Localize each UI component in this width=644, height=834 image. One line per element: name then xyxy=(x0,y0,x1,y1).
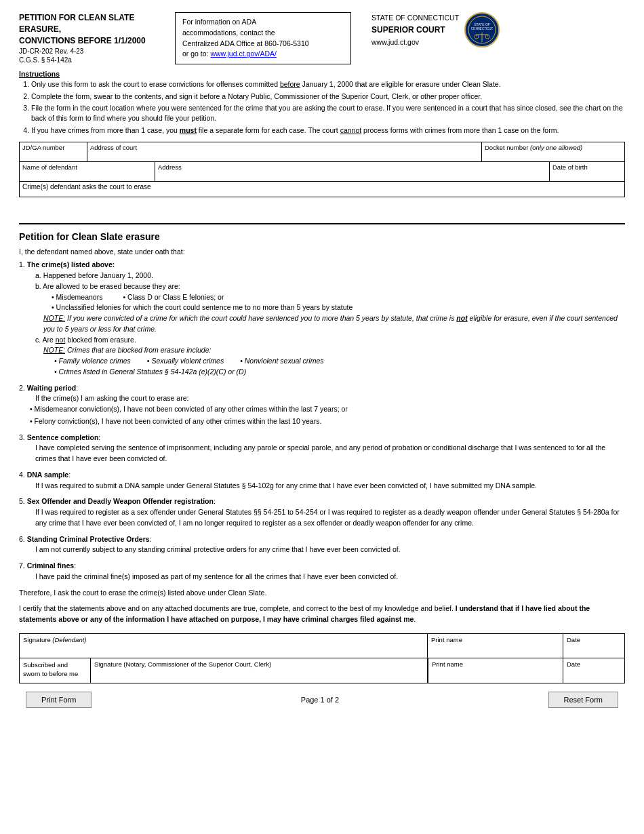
print-name2-label: Print name xyxy=(432,660,463,668)
notary-sig-label: Signature (Notary, Commissioner of the S… xyxy=(94,660,271,668)
item4-header: 4. DNA sample: xyxy=(19,470,625,481)
item6-header: 6. Standing Criminal Protective Orders: xyxy=(19,534,625,545)
address-cell: Address of court xyxy=(87,142,482,161)
instructions-heading: Instructions xyxy=(19,70,625,78)
signature-block: Signature (Defendant) Print name Date Su… xyxy=(19,633,625,683)
svg-text:CONNECTICUT: CONNECTICUT xyxy=(471,27,494,31)
item1-b-bullet3: • Unclassified felonies for which the co… xyxy=(19,302,625,313)
print-button[interactable]: Print Form xyxy=(26,692,92,708)
item1-c: c. Are not blocked from erasure. xyxy=(19,335,625,346)
petition-item-4: 4. DNA sample: If I was required to subm… xyxy=(19,470,625,492)
item1-c-bullets-row2: • Crimes listed in General Statutes § 54… xyxy=(19,367,625,378)
item1-a: a. Happened before January 1, 2000. xyxy=(19,271,625,281)
form-cgs: C.G.S. § 54-142a xyxy=(19,56,168,64)
sig-defendant-cell: Signature (Defendant) xyxy=(20,634,428,658)
court-state: STATE OF CONNECTICUT xyxy=(371,12,459,24)
dob-label: Date of birth xyxy=(552,163,622,171)
petition-intro: I, the defendant named above, state unde… xyxy=(19,247,625,256)
date2-label: Date xyxy=(567,660,580,668)
court-website: www.jud.ct.gov xyxy=(371,37,459,48)
item7-header: 7. Criminal fines: xyxy=(19,561,625,572)
petition-section: Petition for Clean Slate erasure I, the … xyxy=(19,223,625,625)
notary-date-cell: Date xyxy=(563,658,624,683)
def-address-label: Address xyxy=(158,163,546,171)
court-seal-icon: STATE OF CONNECTICUT xyxy=(464,12,500,47)
print-name-label: Print name xyxy=(431,636,462,643)
item1-b-intro: b. Are allowed to be erased because they… xyxy=(19,281,625,292)
ada-info-box: For information on ADA accommodations, c… xyxy=(175,12,351,64)
defendant-label: Name of defendant xyxy=(22,163,152,171)
crimes-label: Crime(s) defendant asks the court to era… xyxy=(22,183,151,191)
header: PETITION FOR CLEAN SLATE ERASURE, CONVIC… xyxy=(19,12,625,64)
item1-b-bullet2: Class D or Class E felonies; or xyxy=(123,292,224,303)
instruction-item-4: If you have crimes from more than 1 case… xyxy=(31,125,625,136)
item1-note: NOTE: If you were convicted of a crime f… xyxy=(19,313,625,335)
header-title-block: PETITION FOR CLEAN SLATE ERASURE, CONVIC… xyxy=(19,12,168,64)
notary-print-cell: Print name xyxy=(428,658,563,683)
footer: Print Form Page 1 of 2 Reset Form xyxy=(19,692,625,708)
petition-item-2: 2. Waiting period: If the crime(s) I am … xyxy=(19,383,625,427)
form-row-court: JD/GA number Address of court Docket num… xyxy=(20,142,624,162)
jdga-label: JD/GA number xyxy=(22,144,84,151)
item7-text: I have paid the criminal fine(s) imposed… xyxy=(19,572,625,582)
item5-text: If I was required to register as a sex o… xyxy=(19,507,625,529)
jdga-cell: JD/GA number xyxy=(20,142,87,161)
address-label: Address of court xyxy=(90,144,479,151)
item3-text: I have completed serving the sentence of… xyxy=(19,443,625,464)
petition-item-3: 3. Sentence completion: I have completed… xyxy=(19,433,625,464)
sig-print-cell: Print name xyxy=(428,634,563,658)
instructions-section: Instructions Only use this form to ask t… xyxy=(19,70,625,135)
item3-header: 3. Sentence completion: xyxy=(19,433,625,443)
reset-button[interactable]: Reset Form xyxy=(548,692,618,708)
item2-intro: If the crime(s) I am asking the court to… xyxy=(19,393,625,404)
instruction-item-1: Only use this form to ask the court to e… xyxy=(31,79,625,90)
item6-text: I am not currently subject to any standi… xyxy=(19,544,625,555)
docket-label: Docket number (only one allowed) xyxy=(485,144,622,151)
petition-body: 1. The crime(s) listed above: a. Happene… xyxy=(19,260,625,625)
ada-text: For information on ADA accommodations, c… xyxy=(182,18,309,58)
petition-item-1: 1. The crime(s) listed above: a. Happene… xyxy=(19,260,625,377)
item1-c-bullets-row1: Family violence crimes Sexually violent … xyxy=(19,356,625,367)
item1-c-note: NOTE: Crimes that are blocked from erasu… xyxy=(19,345,625,356)
court-info-block: STATE OF CONNECTICUT SUPERIOR COURT www.… xyxy=(358,12,625,48)
form-number: JD-CR-202 Rev. 4-23 xyxy=(19,47,168,55)
court-name: SUPERIOR COURT xyxy=(371,24,459,37)
item1-header: 1. The crime(s) listed above: xyxy=(19,260,625,271)
petition-item-7: 7. Criminal fines: I have paid the crimi… xyxy=(19,561,625,582)
item2-bullet-2: Felony conviction(s), I have not been co… xyxy=(30,416,625,427)
petition-item-6: 6. Standing Criminal Protective Orders: … xyxy=(19,534,625,556)
form-title: PETITION FOR CLEAN SLATE ERASURE, CONVIC… xyxy=(19,12,168,46)
form-row-defendant: Name of defendant Address Date of birth xyxy=(20,162,624,182)
form-fields-top: JD/GA number Address of court Docket num… xyxy=(19,142,625,197)
page-indicator: Page 1 of 2 xyxy=(301,696,339,704)
date-label: Date xyxy=(567,636,580,643)
sig-date-cell: Date xyxy=(563,634,624,658)
petition-title: Petition for Clean Slate erasure xyxy=(19,231,625,242)
item5-header: 5. Sex Offender and Deadly Weapon Offend… xyxy=(19,496,625,507)
defendant-cell: Name of defendant xyxy=(20,162,155,181)
crimes-row: Crime(s) defendant asks the court to era… xyxy=(20,182,624,197)
notary-sig-cell: Signature (Notary, Commissioner of the S… xyxy=(91,658,428,683)
sig-row-2: Subscribed andsworn to before me Signatu… xyxy=(20,658,624,683)
therefore-text: Therefore, I ask the court to erase the … xyxy=(19,588,625,599)
ada-link[interactable]: www.jud.ct.gov/ADA/ xyxy=(210,49,276,58)
instruction-item-2: Complete the form, swear to the contents… xyxy=(31,92,625,102)
sig-defendant-label: Signature (Defendant) xyxy=(23,636,86,643)
item2-bullets: Misdemeanor conviction(s), I have not be… xyxy=(19,404,625,427)
sig-row-1: Signature (Defendant) Print name Date xyxy=(20,634,624,658)
petition-item-5: 5. Sex Offender and Deadly Weapon Offend… xyxy=(19,496,625,528)
item1-b-bullets: Misdemeanors Class D or Class E felonies… xyxy=(19,292,625,303)
item2-bullet-1: Misdemeanor conviction(s), I have not be… xyxy=(30,404,625,415)
instructions-list: Only use this form to ask the court to e… xyxy=(19,79,625,135)
dob-cell: Date of birth xyxy=(550,162,624,181)
item4-text: If I was required to submit a DNA sample… xyxy=(19,481,625,492)
svg-text:STATE OF: STATE OF xyxy=(474,22,490,26)
instruction-item-3: File the form in the court location wher… xyxy=(31,103,625,123)
item1-b-bullet1: Misdemeanors xyxy=(52,292,102,303)
def-address-cell: Address xyxy=(155,162,550,181)
item2-header: 2. Waiting period: xyxy=(19,383,625,394)
certify-text: I certify that the statements above and … xyxy=(19,603,625,625)
spacer xyxy=(19,201,625,223)
subscribed-cell: Subscribed andsworn to before me xyxy=(20,658,91,683)
docket-cell: Docket number (only one allowed) xyxy=(482,142,624,161)
